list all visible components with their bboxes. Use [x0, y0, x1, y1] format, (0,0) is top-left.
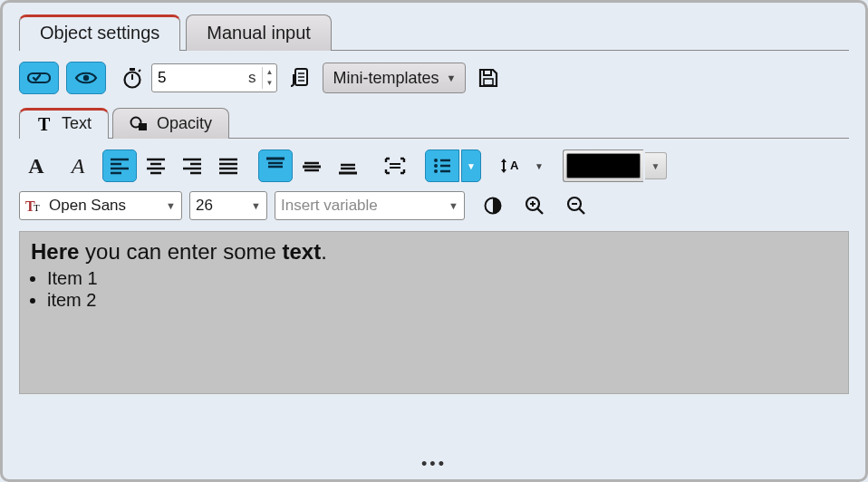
tab-manual-input[interactable]: Manual input: [186, 14, 332, 51]
tab-opacity[interactable]: Opacity: [112, 108, 229, 139]
text-color-button[interactable]: [563, 149, 643, 182]
svg-rect-11: [484, 79, 493, 85]
font-size-select[interactable]: 26 ▼: [189, 191, 267, 220]
line-height-button[interactable]: A: [494, 149, 528, 182]
line-height-group: A ▼: [494, 149, 548, 182]
chevron-down-icon: ▼: [535, 161, 544, 171]
duration-up[interactable]: ▲: [263, 67, 277, 78]
svg-point-46: [434, 169, 438, 173]
italic-icon: A: [72, 154, 85, 178]
align-left-icon: [109, 157, 130, 175]
align-center-icon: [145, 157, 167, 175]
main-tabs: Object settings Manual input: [19, 14, 849, 50]
duration-spinner[interactable]: ▲ ▼: [262, 67, 277, 89]
svg-line-57: [579, 208, 584, 214]
bullet-list-icon: [432, 157, 452, 175]
editor-paragraph: Here you can enter some text.: [31, 239, 837, 265]
autofit-button[interactable]: [378, 149, 412, 182]
svg-text:T: T: [34, 202, 40, 213]
autofit-icon: [383, 156, 407, 176]
align-center-button[interactable]: [139, 149, 173, 182]
bullet-list-dropdown[interactable]: ▼: [461, 149, 481, 182]
bold-icon: A: [28, 154, 43, 178]
svg-point-1: [83, 75, 89, 81]
sub-tabs: T Text Opacity: [19, 107, 849, 138]
horizontal-align-group: [102, 149, 246, 182]
svg-point-42: [434, 159, 438, 162]
tab-manual-input-label: Manual input: [207, 23, 311, 43]
eye-icon: [74, 70, 98, 86]
link-visible-button[interactable]: [19, 62, 59, 94]
line-height-dropdown[interactable]: ▼: [530, 149, 548, 182]
svg-line-53: [537, 208, 543, 214]
vertical-align-group: [258, 149, 365, 182]
bullet-list-button[interactable]: [425, 149, 459, 182]
font-family-select[interactable]: TT Open Sans ▼: [19, 191, 182, 220]
duration-field[interactable]: s ▲ ▼: [151, 63, 277, 92]
valign-middle-button[interactable]: [294, 149, 329, 182]
svg-rect-3: [130, 68, 135, 71]
editor-bold-2: text: [283, 239, 322, 264]
text-color-dropdown[interactable]: ▼: [645, 152, 667, 179]
zoom-out-button[interactable]: [559, 189, 593, 222]
zoom-in-button[interactable]: [517, 189, 552, 222]
link-check-icon: [27, 70, 51, 86]
line-height-icon: A: [499, 156, 523, 176]
tab-text[interactable]: T Text: [19, 108, 109, 139]
duration-unit: s: [243, 69, 262, 87]
format-toolbar: A A: [19, 149, 849, 182]
valign-bottom-button[interactable]: [331, 149, 365, 182]
tab-object-settings-label: Object settings: [40, 23, 159, 43]
insert-variable-select[interactable]: Insert variable ▼: [275, 191, 465, 220]
bold-button[interactable]: A: [19, 149, 53, 182]
align-justify-button[interactable]: [211, 149, 246, 182]
svg-text:A: A: [510, 159, 519, 172]
more-handle[interactable]: •••: [421, 455, 447, 474]
chevron-down-icon: ▼: [448, 200, 458, 211]
insert-variable-label: Insert variable: [281, 197, 378, 215]
contrast-button[interactable]: [476, 189, 510, 222]
italic-button[interactable]: A: [61, 149, 95, 182]
top-toolbar: s ▲ ▼ Mini-templates ▼: [19, 62, 849, 94]
duration-down[interactable]: ▼: [263, 78, 277, 89]
chevron-down-icon: ▼: [651, 161, 661, 171]
font-toolbar: TT Open Sans ▼ 26 ▼ Insert variable ▼: [19, 189, 849, 222]
editor-tail: .: [321, 239, 327, 264]
stopwatch-icon: [121, 66, 144, 90]
font-family-value: Open Sans: [49, 197, 126, 215]
chevron-down-icon: ▼: [251, 200, 261, 211]
text-color-group: ▼: [563, 149, 667, 182]
editor-bullet-item: item 2: [47, 290, 837, 311]
text-editor[interactable]: Here you can enter some text. Item 1 ite…: [19, 231, 849, 394]
svg-rect-10: [484, 70, 491, 75]
zoom-in-icon: [524, 195, 545, 217]
font-t-icon: TT: [25, 198, 43, 214]
zoom-out-icon: [565, 195, 587, 217]
valign-middle-icon: [301, 156, 323, 176]
tab-object-settings[interactable]: Object settings: [19, 14, 180, 51]
editor-bullet-item: Item 1: [47, 268, 837, 289]
svg-line-5: [139, 70, 140, 72]
align-right-button[interactable]: [175, 149, 209, 182]
mini-templates-label: Mini-templates: [333, 69, 439, 88]
text-color-swatch: [566, 153, 641, 178]
duration-input[interactable]: [152, 67, 243, 89]
bullet-list-split: ▼: [425, 149, 481, 182]
editor-mid-text: you can enter some: [79, 239, 282, 264]
valign-top-icon: [265, 156, 286, 176]
chevron-down-icon: ▼: [446, 72, 456, 83]
align-right-icon: [181, 157, 203, 175]
tab-text-label: Text: [62, 114, 92, 133]
valign-top-button[interactable]: [258, 149, 293, 182]
opacity-icon: [130, 116, 149, 132]
mini-templates-dropdown[interactable]: Mini-templates ▼: [323, 63, 466, 93]
font-size-value: 26: [196, 197, 213, 215]
insert-script-icon[interactable]: [288, 66, 310, 90]
contrast-icon: [483, 196, 503, 216]
text-t-icon: T: [36, 115, 54, 133]
chevron-down-icon: ▼: [467, 161, 476, 171]
align-left-button[interactable]: [102, 149, 137, 182]
save-icon[interactable]: [477, 66, 500, 90]
align-justify-icon: [217, 157, 239, 175]
preview-button[interactable]: [66, 62, 106, 94]
